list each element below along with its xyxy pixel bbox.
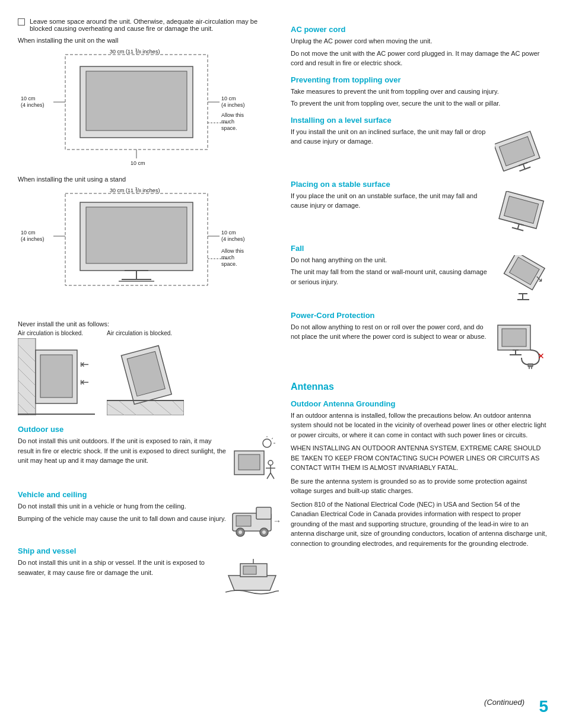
svg-line-67 (267, 473, 271, 479)
stable-section: If you place the unit on an unstable sur… (291, 191, 548, 237)
outdoor-ant-body3: Section 810 of the National Electrical C… (291, 500, 548, 549)
ship-body: Do not install this unit in a ship or ve… (18, 558, 221, 577)
ac-body1: Unplug the AC power cord when moving the… (291, 36, 548, 46)
svg-text:10 cm: 10 cm (131, 160, 145, 166)
svg-rect-70 (256, 507, 271, 519)
checkbox (18, 18, 25, 26)
blocked-label-2: Air circulation is blocked. (107, 330, 184, 336)
stable-body: If you place the unit on an unstable sur… (291, 191, 490, 211)
ship-heading: Ship and vessel (18, 546, 279, 555)
level-svg (495, 127, 548, 171)
outdoor-use-body: Do not install this unit outdoors. If th… (18, 436, 227, 479)
vehicle-text: Do not install this unit in a vehicle or… (18, 501, 227, 538)
svg-line-88 (518, 224, 519, 229)
powercord-section: Do not allow anything to rest on or roll… (291, 322, 548, 371)
svg-text:⇤: ⇤ (80, 358, 89, 370)
blocked-diagram-2: Air circulation is blocked. (107, 330, 184, 417)
svg-text:30 cm (11 7/8 inches): 30 cm (11 7/8 inches) (110, 187, 160, 193)
svg-point-64 (268, 460, 273, 465)
ship-text: Do not install this unit in a ship or ve… (18, 558, 221, 597)
svg-text:(4 inches): (4 inches) (126, 167, 150, 167)
outdoor-use-section: Do not install this unit outdoors. If th… (18, 436, 279, 482)
stable-image (495, 191, 548, 237)
vehicle-svg: → (231, 501, 285, 537)
vehicle-body1: Do not install this unit in a vehicle or… (18, 501, 227, 511)
svg-point-60 (263, 439, 271, 447)
never-install-label: Never install the unit as follows: (18, 320, 279, 328)
vehicle-section: Do not install this unit in a vehicle or… (18, 501, 279, 538)
svg-point-74 (262, 530, 266, 534)
vehicle-heading: Vehicle and ceiling (18, 490, 279, 499)
left-column: Leave some space around the unit. Otherw… (18, 18, 279, 704)
blocked-svg-1: ⇤ ⇤ (18, 338, 95, 415)
svg-text:10 cm: 10 cm (221, 230, 236, 236)
stand-diagram-svg: 30 cm (11 7/8 inches) 10 cm (4 inches) 1… (18, 187, 249, 312)
outdoor-use-svg (231, 436, 276, 481)
svg-text:10 cm: 10 cm (221, 96, 236, 101)
ship-svg (225, 558, 279, 596)
svg-text:10 cm: 10 cm (21, 230, 36, 236)
fall-body2: The unit may fall from the stand or wall… (291, 267, 490, 287)
ac-body2: Do not move the unit with the AC power c… (291, 49, 548, 68)
blocked-svg-2 (107, 338, 184, 415)
svg-rect-45 (40, 355, 72, 398)
fall-text: Do not hang anything on the unit. The un… (291, 255, 490, 290)
checkbox-text: Leave some space around the unit. Otherw… (30, 18, 279, 32)
svg-rect-79 (243, 566, 256, 574)
powercord-text: Do not allow anything to rest on or roll… (291, 322, 490, 344)
wall-diagram-svg: 30 cm (11 7/8 inches) 10 cm (4 inches) 1… (18, 49, 249, 167)
level-image (495, 127, 548, 173)
level-section: If you install the unit on an inclined s… (291, 127, 548, 173)
page-number: 5 (539, 697, 548, 716)
svg-text:(4 inches): (4 inches) (21, 236, 44, 242)
fall-section: Do not hang anything on the unit. The un… (291, 255, 548, 304)
svg-rect-101 (528, 364, 533, 367)
outdoor-ant-heading: Outdoor Antenna Grounding (291, 399, 548, 408)
outdoor-ant-warning: WHEN INSTALLING AN OUTDOOR ANTENNA SYSTE… (291, 443, 548, 473)
blocked-diagram-1: Air circulation is blocked. ⇤ (18, 330, 95, 417)
ac-heading: AC power cord (291, 25, 548, 34)
svg-text:10 cm: 10 cm (21, 96, 36, 101)
outdoor-ant-body2: Be sure the antenna system is grounded s… (291, 476, 548, 496)
right-column: AC power cord Unplug the AC power cord w… (291, 18, 548, 704)
svg-text:space.: space. (221, 261, 237, 267)
stable-heading: Placing on a stable surface (291, 180, 548, 189)
svg-text:Allow this: Allow this (221, 112, 244, 118)
svg-line-83 (523, 164, 525, 169)
svg-line-68 (271, 473, 274, 479)
continued-text: (Continued) (484, 698, 524, 707)
svg-rect-20 (86, 207, 187, 263)
powercord-body: Do not allow anything to rest on or roll… (291, 322, 490, 342)
ship-image (225, 558, 279, 597)
toppling-heading: Preventing from toppling over (291, 75, 548, 84)
fall-heading: Fall (291, 244, 548, 253)
svg-text:Allow this: Allow this (221, 248, 244, 254)
blocked-diagrams: Air circulation is blocked. ⇤ (18, 330, 279, 417)
svg-point-72 (239, 530, 242, 534)
blocked-label-1: Air circulation is blocked. (18, 330, 95, 336)
wall-diagram: 30 cm (11 7/8 inches) 10 cm (4 inches) 1… (18, 49, 279, 169)
powercord-svg: ✕ (495, 322, 548, 370)
ship-section: Do not install this unit in a ship or ve… (18, 558, 279, 597)
checkbox-item: Leave some space around the unit. Otherw… (18, 18, 279, 32)
stand-label: When installing the unit using a stand (18, 176, 279, 183)
svg-text:space.: space. (221, 125, 237, 131)
svg-text:→: → (273, 516, 281, 526)
fall-image: ↘ (495, 255, 548, 304)
toppling-body1: Take measures to prevent the unit from t… (291, 87, 548, 97)
svg-text:(4 inches): (4 inches) (21, 102, 44, 108)
toppling-body2: To prevent the unit from toppling over, … (291, 98, 548, 109)
stable-text: If you place the unit on an unstable sur… (291, 191, 490, 213)
fall-body1: Do not hang anything on the unit. (291, 255, 490, 265)
svg-line-62 (272, 438, 273, 439)
vehicle-body2: Bumping of the vehicle may cause the uni… (18, 514, 227, 524)
outdoor-use-image (231, 436, 279, 482)
stand-diagram: 30 cm (11 7/8 inches) 10 cm (4 inches) 1… (18, 187, 279, 313)
antennas-heading: Antennas (291, 382, 548, 392)
powercord-heading: Power-Cord Protection (291, 311, 548, 320)
level-body: If you install the unit on an inclined s… (291, 127, 490, 147)
outdoor-use-heading: Outdoor use (18, 425, 279, 434)
svg-rect-97 (502, 329, 526, 346)
stable-svg (495, 191, 548, 236)
svg-text:much: much (221, 255, 234, 260)
